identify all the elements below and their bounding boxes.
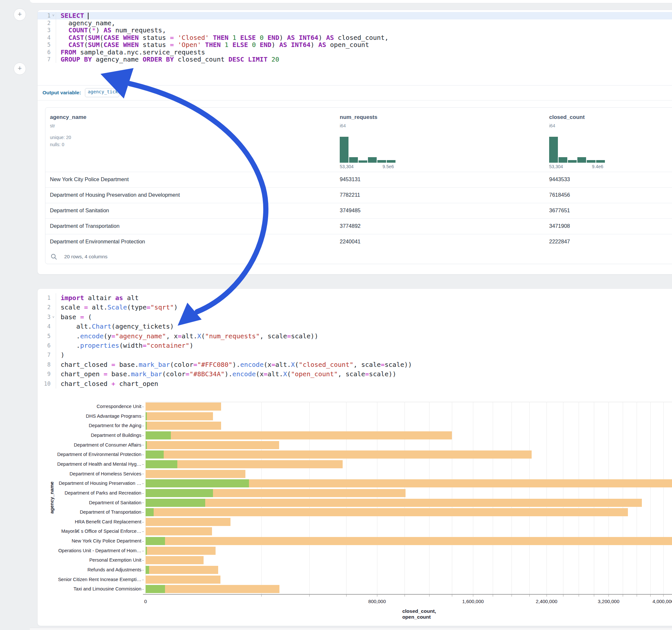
code-line[interactable]: 7GROUP BY agency_name ORDER BY closed_co… — [38, 56, 672, 63]
code-line[interactable]: 2 agency_name, — [38, 20, 672, 27]
python-code-editor[interactable]: 1import altair as alt2scale = alt.Scale(… — [38, 293, 672, 389]
gutter-divider — [56, 12, 56, 63]
code-line[interactable]: 4 CAST(SUM(CASE WHEN status = 'Closed' T… — [38, 34, 672, 41]
closed-count-histogram — [549, 136, 605, 163]
code-line[interactable]: 7) — [38, 350, 672, 360]
chart-bar-open — [146, 537, 165, 545]
line-number: 3 — [38, 27, 51, 34]
column-header-agency-name[interactable]: agency_name — [50, 114, 86, 121]
line-number: 1 — [38, 293, 51, 303]
code-line[interactable]: 10chart_closed + chart_open — [38, 379, 672, 389]
x-tick — [579, 595, 579, 597]
table-row[interactable]: Department of Transportation377489234719… — [45, 218, 672, 234]
add-cell-button-top[interactable]: + — [14, 8, 26, 21]
code-line[interactable]: 4 alt.Chart(agency_tickets) — [38, 322, 672, 331]
hist-min-label: 53,304 — [549, 164, 563, 169]
chart-bar-closed — [146, 451, 532, 459]
y-axis-label: Department of Homeless Services — [32, 469, 141, 479]
chart-bar-open — [146, 431, 171, 439]
sql-cell-card: 1˅SELECT 2 agency_name,3 COUNT(*) AS num… — [37, 10, 672, 274]
code-line[interactable]: 5 .encode(y="agency_name", x=alt.X("num_… — [38, 332, 672, 341]
y-tick — [142, 560, 144, 561]
gridline — [563, 402, 563, 594]
y-axis-label: Department of Health and Mental Hyg… — [32, 460, 141, 469]
output-variable-pill[interactable]: agency_tickets — [85, 88, 119, 97]
chart-bar-closed — [146, 576, 220, 584]
code-line[interactable]: 5 CAST(SUM(CASE WHEN status = 'Open' THE… — [38, 41, 672, 48]
x-tick — [511, 595, 512, 597]
y-tick — [142, 464, 144, 465]
x-tick-label: 4,000,000 — [652, 599, 672, 604]
table-row[interactable]: Department of Environmental Protection22… — [45, 234, 672, 250]
line-number: 8 — [38, 360, 51, 369]
chart-bar-closed — [146, 547, 216, 555]
chart-bar-closed — [146, 441, 279, 449]
histogram-bar — [587, 160, 596, 163]
y-tick — [142, 484, 144, 484]
table-row[interactable]: New York City Police Department945313194… — [45, 172, 672, 188]
fold-caret-icon[interactable]: ˅ — [51, 12, 56, 19]
code-line[interactable]: 3˅base = ( — [38, 312, 672, 322]
code-line[interactable]: 3 COUNT(*) AS num_requests, — [38, 27, 672, 34]
table-header: agency_name str unique: 20 nulls: 0 num_… — [45, 107, 672, 172]
chart-bar-closed — [146, 518, 231, 526]
y-axis-label: Refunds and Adjustments — [32, 565, 141, 575]
x-tick — [429, 595, 430, 597]
add-cell-button-output[interactable]: + — [14, 63, 26, 75]
code-line[interactable]: 2scale = alt.Scale(type="sqrt") — [38, 303, 672, 312]
cell-num-requests: 3774892 — [340, 223, 360, 229]
gridline — [261, 402, 262, 594]
line-number: 1 — [38, 12, 51, 19]
y-axis-label: Department of Buildings — [32, 431, 141, 440]
x-tick — [346, 595, 346, 597]
fold-caret-icon[interactable]: ˅ — [51, 312, 56, 322]
y-axis-label: Mayorâ€ s Office of Special Enforce… — [32, 527, 141, 536]
y-tick — [142, 416, 144, 416]
code-line[interactable]: 8chart_closed = base.mark_bar(color="#FF… — [38, 360, 672, 369]
table-row[interactable]: Department of Housing Preservation and D… — [45, 187, 672, 203]
column-stat-unique: unique: 20 — [50, 135, 71, 140]
line-number: 10 — [38, 379, 51, 389]
y-axis-label: Department of Consumer Affairs — [32, 440, 141, 450]
cell-num-requests: 7782211 — [340, 192, 360, 198]
histogram-bar — [568, 160, 577, 163]
cell-agency-name: Department of Transportation — [50, 223, 120, 229]
code-line[interactable]: 6 .properties(width="container") — [38, 341, 672, 350]
gridline — [579, 402, 579, 594]
line-number: 4 — [38, 322, 51, 331]
histogram-bar — [340, 137, 349, 163]
column-header-num-requests[interactable]: num_requests — [340, 114, 377, 121]
cell-closed-count: 3677651 — [549, 208, 570, 214]
gridline — [547, 402, 547, 594]
x-tick-label: 0 — [144, 599, 147, 604]
histogram-bar — [349, 157, 358, 163]
gridline — [473, 402, 473, 594]
gridline — [511, 402, 512, 594]
histogram-bar — [359, 161, 367, 163]
column-type: i64 — [549, 123, 555, 128]
x-tick — [405, 595, 405, 597]
chart-bar-open — [146, 566, 149, 574]
line-number: 5 — [38, 332, 51, 341]
text-cursor — [88, 13, 89, 20]
gridline — [405, 402, 405, 594]
code-line[interactable]: 1˅SELECT — [38, 12, 672, 20]
code-line[interactable]: 6FROM sample_data.nyc.service_requests — [38, 49, 672, 56]
table-row[interactable]: Department of Sanitation37494853677651 — [45, 203, 672, 219]
y-axis-label: Operations Unit - Department of Hom… — [32, 546, 141, 556]
cell-closed-count: 2222847 — [549, 239, 570, 245]
y-tick — [142, 455, 144, 455]
histogram-bar — [387, 160, 395, 163]
cell-agency-name: New York City Police Department — [50, 176, 129, 183]
sql-code-editor[interactable]: 1˅SELECT 2 agency_name,3 COUNT(*) AS num… — [38, 12, 672, 63]
line-number: 3 — [38, 312, 51, 322]
code-line[interactable]: 9chart_open = base.mark_bar(color="#8BC3… — [38, 369, 672, 379]
y-tick — [142, 512, 144, 513]
line-number: 6 — [38, 341, 51, 350]
output-variable-row: Output variable: agency_tickets — [38, 85, 672, 100]
gridline — [377, 402, 377, 594]
column-header-closed-count[interactable]: closed_count — [549, 114, 585, 121]
x-tick — [493, 595, 493, 597]
search-icon[interactable] — [51, 253, 57, 260]
code-line[interactable]: 1import altair as alt — [38, 293, 672, 303]
